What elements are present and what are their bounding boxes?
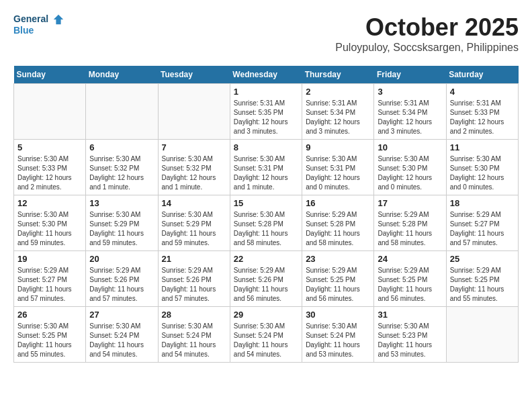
day-number: 26 [17, 310, 82, 320]
calendar-day-cell: 1Sunrise: 5:31 AMSunset: 5:35 PMDaylight… [230, 84, 302, 140]
calendar-day-cell [14, 84, 86, 140]
weekday-header-sunday: Sunday [14, 66, 86, 84]
calendar-day-cell: 16Sunrise: 5:29 AMSunset: 5:28 PMDayligh… [302, 195, 374, 251]
logo-icon [52, 13, 64, 26]
weekday-header-monday: Monday [86, 66, 158, 84]
day-info: Sunrise: 5:30 AMSunset: 5:32 PMDaylight:… [162, 154, 226, 192]
day-number: 16 [306, 198, 370, 208]
logo-text: General Blue [13, 13, 64, 36]
day-info: Sunrise: 5:30 AMSunset: 5:32 PMDaylight:… [89, 154, 154, 192]
calendar-day-cell: 10Sunrise: 5:30 AMSunset: 5:30 PMDayligh… [374, 140, 446, 195]
day-number: 21 [162, 254, 226, 264]
day-info: Sunrise: 5:30 AMSunset: 5:31 PMDaylight:… [234, 154, 298, 192]
calendar-week-row: 26Sunrise: 5:30 AMSunset: 5:25 PMDayligh… [14, 307, 519, 363]
day-info: Sunrise: 5:30 AMSunset: 5:33 PMDaylight:… [17, 154, 82, 192]
day-info: Sunrise: 5:30 AMSunset: 5:24 PMDaylight:… [306, 322, 370, 359]
weekday-header-row: SundayMondayTuesdayWednesdayThursdayFrid… [14, 66, 519, 84]
calendar-day-cell: 4Sunrise: 5:31 AMSunset: 5:33 PMDaylight… [446, 84, 518, 140]
calendar-day-cell: 8Sunrise: 5:30 AMSunset: 5:31 PMDaylight… [230, 140, 302, 195]
day-info: Sunrise: 5:29 AMSunset: 5:28 PMDaylight:… [306, 210, 370, 248]
day-number: 31 [378, 310, 442, 320]
calendar-day-cell: 11Sunrise: 5:30 AMSunset: 5:30 PMDayligh… [446, 140, 518, 195]
day-number: 15 [234, 198, 298, 208]
day-number: 3 [378, 87, 442, 97]
title-section: October 2025 Puloypuloy, Soccsksargen, P… [335, 13, 519, 60]
day-info: Sunrise: 5:29 AMSunset: 5:25 PMDaylight:… [306, 266, 370, 304]
weekday-header-wednesday: Wednesday [230, 66, 302, 84]
calendar-day-cell [86, 84, 158, 140]
weekday-header-tuesday: Tuesday [158, 66, 230, 84]
day-number: 7 [162, 142, 226, 152]
calendar-day-cell: 18Sunrise: 5:29 AMSunset: 5:27 PMDayligh… [446, 195, 518, 251]
day-number: 18 [450, 198, 515, 208]
day-info: Sunrise: 5:30 AMSunset: 5:29 PMDaylight:… [89, 210, 154, 248]
day-info: Sunrise: 5:30 AMSunset: 5:24 PMDaylight:… [234, 322, 298, 359]
day-info: Sunrise: 5:29 AMSunset: 5:26 PMDaylight:… [234, 266, 298, 304]
calendar-day-cell: 3Sunrise: 5:31 AMSunset: 5:34 PMDaylight… [374, 84, 446, 140]
day-number: 14 [162, 198, 226, 208]
day-number: 9 [306, 142, 370, 152]
calendar-day-cell: 7Sunrise: 5:30 AMSunset: 5:32 PMDaylight… [158, 140, 230, 195]
weekday-header-thursday: Thursday [302, 66, 374, 84]
calendar-day-cell: 19Sunrise: 5:29 AMSunset: 5:27 PMDayligh… [14, 251, 86, 307]
day-number: 27 [89, 310, 154, 320]
day-number: 22 [234, 254, 298, 264]
calendar-week-row: 5Sunrise: 5:30 AMSunset: 5:33 PMDaylight… [14, 140, 519, 195]
calendar-day-cell: 29Sunrise: 5:30 AMSunset: 5:24 PMDayligh… [230, 307, 302, 363]
calendar-day-cell: 31Sunrise: 5:30 AMSunset: 5:23 PMDayligh… [374, 307, 446, 363]
day-info: Sunrise: 5:31 AMSunset: 5:34 PMDaylight:… [306, 99, 370, 136]
calendar-day-cell: 21Sunrise: 5:29 AMSunset: 5:26 PMDayligh… [158, 251, 230, 307]
day-info: Sunrise: 5:30 AMSunset: 5:30 PMDaylight:… [378, 154, 442, 192]
calendar-day-cell: 24Sunrise: 5:29 AMSunset: 5:25 PMDayligh… [374, 251, 446, 307]
day-info: Sunrise: 5:30 AMSunset: 5:30 PMDaylight:… [17, 210, 82, 248]
calendar-day-cell: 5Sunrise: 5:30 AMSunset: 5:33 PMDaylight… [14, 140, 86, 195]
calendar-day-cell: 30Sunrise: 5:30 AMSunset: 5:24 PMDayligh… [302, 307, 374, 363]
calendar-table: SundayMondayTuesdayWednesdayThursdayFrid… [13, 66, 519, 363]
logo-blue: Blue [13, 25, 34, 36]
calendar-day-cell: 20Sunrise: 5:29 AMSunset: 5:26 PMDayligh… [86, 251, 158, 307]
day-info: Sunrise: 5:30 AMSunset: 5:28 PMDaylight:… [234, 210, 298, 248]
day-number: 8 [234, 142, 298, 152]
day-number: 5 [17, 142, 82, 152]
day-info: Sunrise: 5:29 AMSunset: 5:27 PMDaylight:… [17, 266, 82, 304]
day-number: 20 [89, 254, 154, 264]
day-number: 13 [89, 198, 154, 208]
weekday-header-friday: Friday [374, 66, 446, 84]
day-number: 29 [234, 310, 298, 320]
day-info: Sunrise: 5:29 AMSunset: 5:25 PMDaylight:… [450, 266, 515, 304]
calendar-day-cell: 17Sunrise: 5:29 AMSunset: 5:28 PMDayligh… [374, 195, 446, 251]
calendar-week-row: 12Sunrise: 5:30 AMSunset: 5:30 PMDayligh… [14, 195, 519, 251]
svg-marker-0 [54, 15, 63, 24]
calendar-day-cell [446, 307, 518, 363]
calendar-week-row: 1Sunrise: 5:31 AMSunset: 5:35 PMDaylight… [14, 84, 519, 140]
calendar-day-cell: 26Sunrise: 5:30 AMSunset: 5:25 PMDayligh… [14, 307, 86, 363]
day-info: Sunrise: 5:31 AMSunset: 5:33 PMDaylight:… [450, 99, 515, 136]
day-number: 4 [450, 87, 515, 97]
day-info: Sunrise: 5:29 AMSunset: 5:26 PMDaylight:… [89, 266, 154, 304]
day-info: Sunrise: 5:29 AMSunset: 5:25 PMDaylight:… [378, 266, 442, 304]
calendar-day-cell: 2Sunrise: 5:31 AMSunset: 5:34 PMDaylight… [302, 84, 374, 140]
calendar-week-row: 19Sunrise: 5:29 AMSunset: 5:27 PMDayligh… [14, 251, 519, 307]
day-info: Sunrise: 5:30 AMSunset: 5:24 PMDaylight:… [89, 322, 154, 359]
logo: General Blue [13, 13, 64, 36]
day-info: Sunrise: 5:29 AMSunset: 5:28 PMDaylight:… [378, 210, 442, 248]
day-info: Sunrise: 5:31 AMSunset: 5:35 PMDaylight:… [234, 99, 298, 136]
day-info: Sunrise: 5:29 AMSunset: 5:27 PMDaylight:… [450, 210, 515, 248]
calendar-day-cell: 28Sunrise: 5:30 AMSunset: 5:24 PMDayligh… [158, 307, 230, 363]
day-number: 11 [450, 142, 515, 152]
calendar-day-cell: 12Sunrise: 5:30 AMSunset: 5:30 PMDayligh… [14, 195, 86, 251]
calendar-day-cell: 23Sunrise: 5:29 AMSunset: 5:25 PMDayligh… [302, 251, 374, 307]
calendar-day-cell: 6Sunrise: 5:30 AMSunset: 5:32 PMDaylight… [86, 140, 158, 195]
calendar-day-cell: 9Sunrise: 5:30 AMSunset: 5:31 PMDaylight… [302, 140, 374, 195]
day-number: 24 [378, 254, 442, 264]
day-info: Sunrise: 5:30 AMSunset: 5:23 PMDaylight:… [378, 322, 442, 359]
calendar-day-cell: 14Sunrise: 5:30 AMSunset: 5:29 PMDayligh… [158, 195, 230, 251]
calendar-day-cell: 25Sunrise: 5:29 AMSunset: 5:25 PMDayligh… [446, 251, 518, 307]
day-number: 6 [89, 142, 154, 152]
day-number: 2 [306, 87, 370, 97]
day-info: Sunrise: 5:30 AMSunset: 5:24 PMDaylight:… [162, 322, 226, 359]
day-number: 1 [234, 87, 298, 97]
day-number: 25 [450, 254, 515, 264]
day-info: Sunrise: 5:30 AMSunset: 5:25 PMDaylight:… [17, 322, 82, 359]
calendar-day-cell: 27Sunrise: 5:30 AMSunset: 5:24 PMDayligh… [86, 307, 158, 363]
